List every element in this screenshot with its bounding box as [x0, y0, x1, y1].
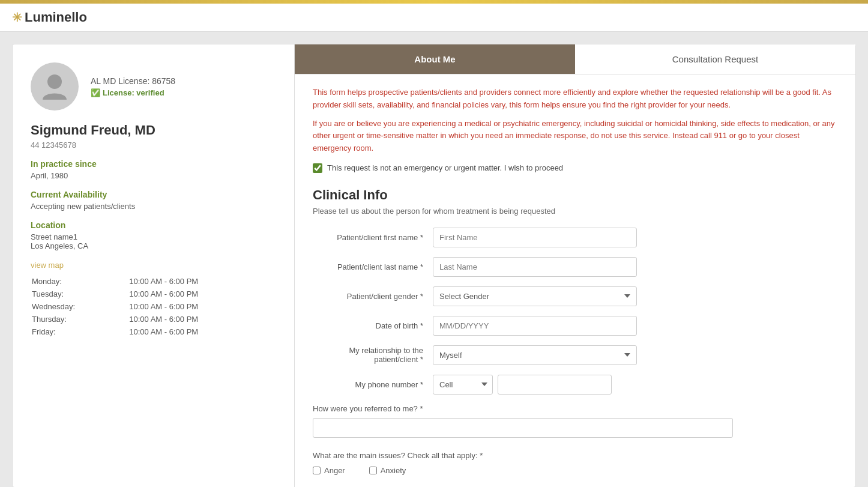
warning-text-1: This form helps prospective patients/cli…	[313, 86, 837, 112]
issues-grid: Anger Anxiety	[313, 466, 837, 475]
main-area: About Me Consultation Request This form …	[295, 44, 855, 487]
verified-badge: ✅ License: verified	[91, 88, 175, 97]
header: ✳ Luminello	[0, 4, 868, 32]
avatar	[31, 62, 79, 110]
clinical-info-subtitle: Please tell us about the person for whom…	[313, 207, 837, 216]
schedule-day: Wednesday:	[32, 301, 116, 312]
issues-left: Anger	[313, 466, 345, 475]
anxiety-checkbox-label: Anxiety	[369, 466, 406, 475]
logo: ✳ Luminello	[12, 10, 856, 25]
phone-row: My phone number * Cell Home Work	[313, 375, 837, 395]
schedule-hours: 10:00 AM - 6:00 PM	[117, 301, 275, 312]
schedule-row: Thursday: 10:00 AM - 6:00 PM	[32, 313, 275, 325]
schedule-row: Tuesday: 10:00 AM - 6:00 PM	[32, 288, 275, 300]
phone-number-input[interactable]	[498, 375, 612, 395]
phone-input-group: Cell Home Work	[433, 375, 612, 395]
tab-about-me[interactable]: About Me	[295, 44, 575, 74]
card: AL MD License: 86758 ✅ License: verified…	[12, 44, 856, 487]
anxiety-checkbox[interactable]	[369, 467, 377, 474]
referral-input[interactable]	[313, 418, 733, 438]
last-name-label: Patient/client last name *	[313, 262, 433, 271]
form-area: This form helps prospective patients/cli…	[295, 74, 855, 487]
emergency-text: If you are or believe you are experienci…	[313, 118, 837, 155]
dob-label: Date of birth *	[313, 321, 433, 330]
relationship-select[interactable]: Myself Parent Guardian Other	[433, 345, 637, 365]
logo-text: Luminello	[25, 10, 87, 25]
svg-point-0	[47, 74, 62, 89]
schedule-hours: 10:00 AM - 6:00 PM	[117, 313, 275, 325]
schedule-day: Tuesday:	[32, 288, 116, 300]
schedule-day: Monday:	[32, 276, 116, 287]
avatar-section: AL MD License: 86758 ✅ License: verified	[31, 62, 276, 110]
location-label: Location	[31, 220, 276, 230]
anger-checkbox[interactable]	[313, 467, 321, 474]
first-name-row: Patient/client first name *	[313, 228, 837, 247]
dob-input[interactable]	[433, 316, 637, 336]
schedule-hours: 10:00 AM - 6:00 PM	[117, 326, 275, 337]
availability-label: Current Availability	[31, 190, 276, 199]
issues-section: What are the main issues? Check all that…	[313, 451, 837, 475]
schedule-day: Thursday:	[32, 313, 116, 325]
doctor-id: 44 12345678	[31, 141, 276, 150]
anxiety-label: Anxiety	[381, 466, 406, 475]
gender-label: Patient/client gender *	[313, 292, 433, 301]
view-map-link[interactable]: view map	[31, 261, 64, 270]
location-address: Street name1 Los Angeles, CA	[31, 232, 276, 250]
schedule-row: Wednesday: 10:00 AM - 6:00 PM	[32, 301, 275, 312]
gender-select[interactable]: Select Gender Male Female Non-binary Oth…	[433, 286, 637, 306]
sidebar: AL MD License: 86758 ✅ License: verified…	[13, 44, 295, 487]
schedule-hours: 10:00 AM - 6:00 PM	[117, 288, 275, 300]
availability-value: Accepting new patients/clients	[31, 202, 276, 211]
anger-label: Anger	[324, 466, 345, 475]
gender-row: Patient/client gender * Select Gender Ma…	[313, 286, 837, 306]
main-content: AL MD License: 86758 ✅ License: verified…	[0, 32, 868, 487]
in-practice-label: In practice since	[31, 159, 276, 169]
street: Street name1	[31, 232, 77, 241]
relationship-row: My relationship to the patient/client * …	[313, 345, 837, 365]
first-name-input[interactable]	[433, 228, 637, 247]
tab-consultation-request[interactable]: Consultation Request	[575, 44, 855, 74]
schedule-day: Friday:	[32, 326, 116, 337]
clinical-info-title: Clinical Info	[313, 187, 837, 203]
dob-row: Date of birth *	[313, 316, 837, 336]
phone-label: My phone number *	[313, 380, 433, 389]
tabs: About Me Consultation Request	[295, 44, 855, 74]
logo-icon: ✳	[12, 10, 22, 25]
schedule-hours: 10:00 AM - 6:00 PM	[117, 276, 275, 287]
last-name-row: Patient/client last name *	[313, 257, 837, 277]
last-name-input[interactable]	[433, 257, 637, 277]
referral-section: How were you referred to me? *	[313, 404, 837, 447]
emergency-checkbox[interactable]	[313, 163, 322, 173]
issues-right: Anxiety	[369, 466, 406, 475]
first-name-label: Patient/client first name *	[313, 233, 433, 242]
issues-label: What are the main issues? Check all that…	[313, 451, 837, 460]
emergency-checkbox-label: This request is not an emergency or urge…	[327, 163, 563, 172]
city: Los Angeles, CA	[31, 241, 88, 250]
in-practice-value: April, 1980	[31, 171, 276, 180]
emergency-checkbox-row: This request is not an emergency or urge…	[313, 163, 837, 173]
referral-label: How were you referred to me? *	[313, 404, 837, 413]
phone-type-select[interactable]: Cell Home Work	[433, 375, 493, 395]
schedule-row: Monday: 10:00 AM - 6:00 PM	[32, 276, 275, 287]
anger-checkbox-label: Anger	[313, 466, 345, 475]
license-number: AL MD License: 86758	[91, 76, 175, 86]
relationship-label: My relationship to the patient/client *	[313, 346, 433, 364]
verified-icon: ✅	[91, 88, 100, 97]
verified-text: License: verified	[103, 88, 164, 97]
doctor-name: Sigmund Freud, MD	[31, 123, 276, 138]
license-info: AL MD License: 86758 ✅ License: verified	[91, 76, 175, 97]
schedule-row: Friday: 10:00 AM - 6:00 PM	[32, 326, 275, 337]
schedule-table: Monday: 10:00 AM - 6:00 PM Tuesday: 10:0…	[31, 274, 276, 339]
